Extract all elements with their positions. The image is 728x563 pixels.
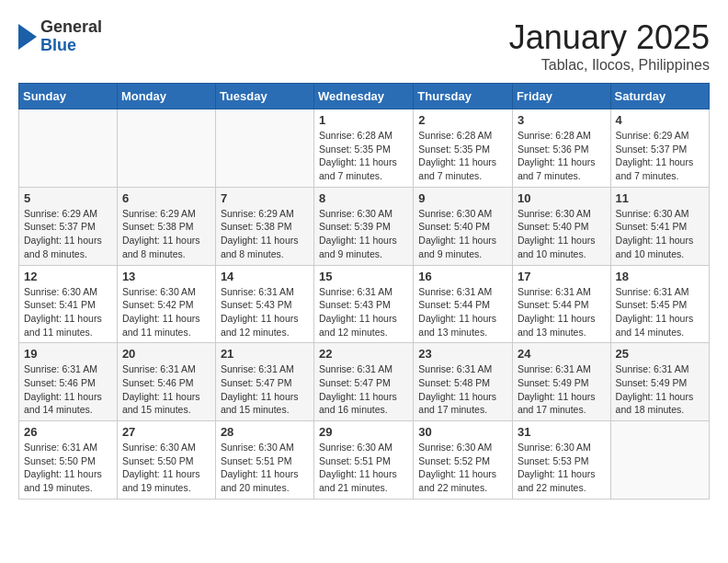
weekday-header-thursday: Thursday: [414, 84, 513, 109]
calendar-day-13: 13Sunrise: 6:30 AMSunset: 5:42 PMDayligh…: [117, 265, 215, 343]
calendar-day-20: 20Sunrise: 6:31 AMSunset: 5:46 PMDayligh…: [117, 343, 215, 421]
calendar-day-29: 29Sunrise: 6:30 AMSunset: 5:51 PMDayligh…: [314, 421, 414, 500]
day-info: Sunrise: 6:31 AMSunset: 5:43 PMDaylight:…: [319, 285, 408, 339]
day-number: 31: [518, 425, 606, 439]
calendar-day-25: 25Sunrise: 6:31 AMSunset: 5:49 PMDayligh…: [610, 343, 709, 421]
calendar-empty-cell: [19, 109, 118, 188]
weekday-header-monday: Monday: [117, 84, 215, 109]
day-info: Sunrise: 6:31 AMSunset: 5:48 PMDaylight:…: [418, 362, 507, 417]
calendar-day-27: 27Sunrise: 6:30 AMSunset: 5:50 PMDayligh…: [117, 421, 215, 500]
day-number: 22: [319, 347, 408, 361]
calendar-header-row: SundayMondayTuesdayWednesdayThursdayFrid…: [19, 84, 710, 109]
day-info: Sunrise: 6:29 AMSunset: 5:38 PMDaylight:…: [122, 207, 210, 261]
calendar-day-3: 3Sunrise: 6:28 AMSunset: 5:36 PMDaylight…: [512, 109, 610, 188]
day-info: Sunrise: 6:28 AMSunset: 5:35 PMDaylight:…: [319, 129, 408, 183]
day-info: Sunrise: 6:30 AMSunset: 5:40 PMDaylight:…: [418, 207, 507, 261]
calendar-day-19: 19Sunrise: 6:31 AMSunset: 5:46 PMDayligh…: [19, 343, 118, 421]
calendar-day-2: 2Sunrise: 6:28 AMSunset: 5:35 PMDaylight…: [414, 109, 513, 188]
day-number: 16: [418, 270, 507, 283]
day-number: 13: [122, 270, 210, 283]
main-title: January 2025: [509, 18, 710, 57]
day-info: Sunrise: 6:31 AMSunset: 5:46 PMDaylight:…: [24, 362, 112, 417]
day-number: 15: [319, 270, 408, 283]
logo-general: General: [40, 18, 102, 37]
day-number: 27: [122, 425, 210, 439]
day-number: 26: [24, 425, 112, 439]
day-info: Sunrise: 6:30 AMSunset: 5:39 PMDaylight:…: [319, 207, 408, 261]
calendar-week-row: 12Sunrise: 6:30 AMSunset: 5:41 PMDayligh…: [19, 265, 710, 343]
calendar-day-31: 31Sunrise: 6:30 AMSunset: 5:53 PMDayligh…: [512, 421, 610, 500]
day-info: Sunrise: 6:30 AMSunset: 5:52 PMDaylight:…: [418, 441, 507, 495]
day-info: Sunrise: 6:31 AMSunset: 5:43 PMDaylight:…: [221, 285, 309, 339]
page-header: General Blue January 2025 Tablac, Ilocos…: [18, 18, 710, 74]
day-info: Sunrise: 6:30 AMSunset: 5:40 PMDaylight:…: [518, 207, 606, 261]
day-number: 19: [24, 347, 112, 361]
weekday-header-wednesday: Wednesday: [314, 84, 414, 109]
day-number: 3: [518, 113, 606, 127]
day-number: 18: [616, 270, 704, 283]
day-number: 9: [418, 191, 507, 205]
day-info: Sunrise: 6:30 AMSunset: 5:51 PMDaylight:…: [319, 441, 408, 495]
calendar-day-1: 1Sunrise: 6:28 AMSunset: 5:35 PMDaylight…: [314, 109, 414, 188]
day-number: 1: [319, 113, 408, 127]
day-info: Sunrise: 6:28 AMSunset: 5:35 PMDaylight:…: [418, 129, 507, 183]
day-info: Sunrise: 6:31 AMSunset: 5:47 PMDaylight:…: [319, 362, 408, 417]
logo-text: General Blue: [40, 18, 102, 55]
calendar-day-21: 21Sunrise: 6:31 AMSunset: 5:47 PMDayligh…: [215, 343, 313, 421]
calendar-day-15: 15Sunrise: 6:31 AMSunset: 5:43 PMDayligh…: [314, 265, 414, 343]
calendar-empty-cell: [610, 421, 709, 500]
day-info: Sunrise: 6:30 AMSunset: 5:42 PMDaylight:…: [122, 285, 210, 339]
calendar-day-7: 7Sunrise: 6:29 AMSunset: 5:38 PMDaylight…: [215, 187, 313, 265]
day-info: Sunrise: 6:29 AMSunset: 5:37 PMDaylight:…: [616, 129, 704, 183]
logo-blue: Blue: [40, 37, 102, 55]
day-number: 23: [418, 347, 507, 361]
day-number: 7: [221, 191, 309, 205]
calendar-day-4: 4Sunrise: 6:29 AMSunset: 5:37 PMDaylight…: [610, 109, 709, 188]
calendar-day-9: 9Sunrise: 6:30 AMSunset: 5:40 PMDaylight…: [414, 187, 513, 265]
day-info: Sunrise: 6:31 AMSunset: 5:49 PMDaylight:…: [518, 362, 606, 417]
day-info: Sunrise: 6:30 AMSunset: 5:53 PMDaylight:…: [518, 441, 606, 495]
calendar-week-row: 5Sunrise: 6:29 AMSunset: 5:37 PMDaylight…: [19, 187, 710, 265]
day-number: 14: [221, 270, 309, 283]
calendar-day-5: 5Sunrise: 6:29 AMSunset: 5:37 PMDaylight…: [19, 187, 118, 265]
logo: General Blue: [18, 18, 102, 55]
day-number: 29: [319, 425, 408, 439]
calendar-day-23: 23Sunrise: 6:31 AMSunset: 5:48 PMDayligh…: [414, 343, 513, 421]
day-number: 30: [418, 425, 507, 439]
calendar-empty-cell: [215, 109, 313, 188]
calendar-table: SundayMondayTuesdayWednesdayThursdayFrid…: [18, 83, 710, 500]
day-number: 25: [616, 347, 704, 361]
calendar-day-17: 17Sunrise: 6:31 AMSunset: 5:44 PMDayligh…: [512, 265, 610, 343]
day-number: 2: [418, 113, 507, 127]
calendar-day-30: 30Sunrise: 6:30 AMSunset: 5:52 PMDayligh…: [414, 421, 513, 500]
weekday-header-sunday: Sunday: [19, 84, 118, 109]
day-number: 6: [122, 191, 210, 205]
day-number: 24: [518, 347, 606, 361]
day-info: Sunrise: 6:29 AMSunset: 5:37 PMDaylight:…: [24, 207, 112, 261]
day-info: Sunrise: 6:31 AMSunset: 5:47 PMDaylight:…: [221, 362, 309, 417]
day-info: Sunrise: 6:31 AMSunset: 5:50 PMDaylight:…: [24, 441, 112, 495]
day-number: 17: [518, 270, 606, 283]
day-info: Sunrise: 6:29 AMSunset: 5:38 PMDaylight:…: [221, 207, 309, 261]
day-number: 20: [122, 347, 210, 361]
day-info: Sunrise: 6:31 AMSunset: 5:44 PMDaylight:…: [418, 285, 507, 339]
day-number: 10: [518, 191, 606, 205]
title-section: January 2025 Tablac, Ilocos, Philippines: [509, 18, 710, 74]
calendar-day-8: 8Sunrise: 6:30 AMSunset: 5:39 PMDaylight…: [314, 187, 414, 265]
day-info: Sunrise: 6:30 AMSunset: 5:50 PMDaylight:…: [122, 441, 210, 495]
calendar-week-row: 19Sunrise: 6:31 AMSunset: 5:46 PMDayligh…: [19, 343, 710, 421]
day-info: Sunrise: 6:30 AMSunset: 5:41 PMDaylight:…: [616, 207, 704, 261]
calendar-day-22: 22Sunrise: 6:31 AMSunset: 5:47 PMDayligh…: [314, 343, 414, 421]
weekday-header-tuesday: Tuesday: [215, 84, 313, 109]
calendar-day-11: 11Sunrise: 6:30 AMSunset: 5:41 PMDayligh…: [610, 187, 709, 265]
day-info: Sunrise: 6:30 AMSunset: 5:41 PMDaylight:…: [24, 285, 112, 339]
day-number: 21: [221, 347, 309, 361]
day-number: 8: [319, 191, 408, 205]
day-info: Sunrise: 6:31 AMSunset: 5:45 PMDaylight:…: [616, 285, 704, 339]
calendar-empty-cell: [117, 109, 215, 188]
subtitle: Tablac, Ilocos, Philippines: [509, 57, 710, 74]
day-number: 4: [616, 113, 704, 127]
calendar-day-16: 16Sunrise: 6:31 AMSunset: 5:44 PMDayligh…: [414, 265, 513, 343]
calendar-day-10: 10Sunrise: 6:30 AMSunset: 5:40 PMDayligh…: [512, 187, 610, 265]
day-number: 12: [24, 270, 112, 283]
